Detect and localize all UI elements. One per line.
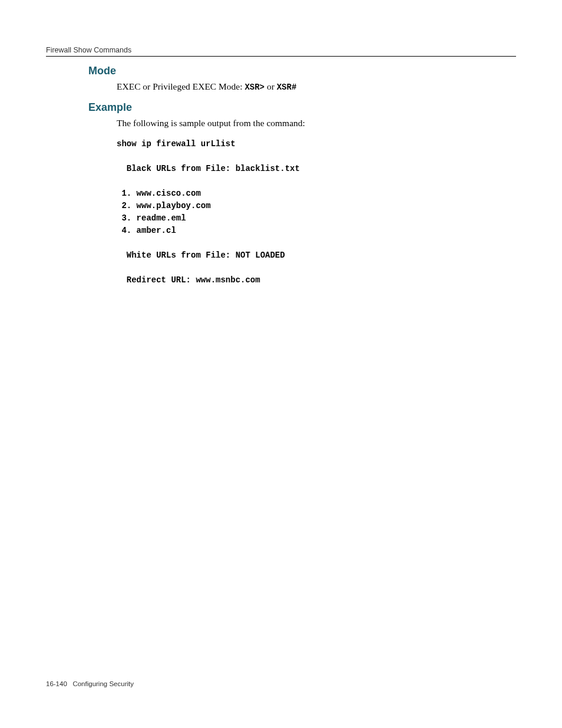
page-footer: 16-140 Configuring Security	[46, 680, 134, 687]
footer-chapter: Configuring Security	[72, 680, 134, 687]
mode-heading: Mode	[88, 65, 516, 77]
example-heading: Example	[88, 101, 516, 114]
footer-page-ref: 16-140	[46, 680, 67, 687]
header-rule	[46, 56, 516, 57]
page-content: Mode EXEC or Privileged EXEC Mode: XSR> …	[88, 65, 516, 286]
mode-text-prefix: EXEC or Privileged EXEC Mode:	[117, 81, 244, 91]
example-code-block: show ip firewall urLlist Black URLs from…	[88, 138, 516, 286]
mode-text-middle: or	[265, 81, 277, 91]
mode-code-1: XSR>	[244, 83, 265, 92]
mode-code-2: XSR#	[277, 83, 297, 92]
example-intro: The following is sample output from the …	[88, 117, 516, 130]
mode-text: EXEC or Privileged EXEC Mode: XSR> or XS…	[88, 81, 516, 93]
running-header-text: Firewall Show Commands	[46, 46, 131, 54]
running-header: Firewall Show Commands	[46, 46, 516, 54]
